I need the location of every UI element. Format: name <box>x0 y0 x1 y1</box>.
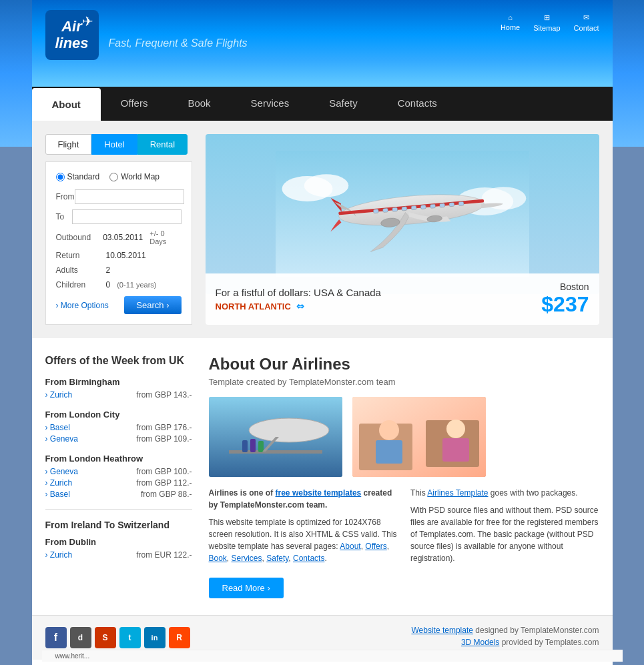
content-area: Flight Hotel Rental Standard World Map <box>32 121 613 338</box>
book-link[interactable]: Book <box>209 554 227 563</box>
about-col-2: This Airlines Template goes with two pac… <box>410 487 599 570</box>
hero-city: Boston <box>541 281 589 292</box>
nav-about[interactable]: About <box>32 88 101 121</box>
offer-item: Basel from GBP 176.- <box>45 423 192 432</box>
nav-services[interactable]: Services <box>231 87 310 121</box>
airplane-illustration <box>276 147 529 281</box>
svg-rect-8 <box>382 208 388 212</box>
sitemap-icon: ⊞ <box>544 13 550 22</box>
standard-radio[interactable] <box>56 173 65 181</box>
svg-rect-31 <box>442 438 469 462</box>
route-text: NORTH ATLANTIC <box>216 301 291 311</box>
website-template-link[interactable]: Website template <box>411 626 473 635</box>
to-row: To <box>56 209 182 224</box>
free-templates-link[interactable]: free website templates <box>276 488 362 498</box>
geneva-link-1[interactable]: Geneva <box>45 434 78 444</box>
search-button[interactable]: Search <box>124 296 181 314</box>
about-image-2 <box>352 397 486 477</box>
linkedin-icon[interactable]: in <box>144 627 166 648</box>
about-img-svg-1 <box>209 397 342 477</box>
credit-2-text: provided by Templates.com <box>502 638 599 647</box>
svg-rect-16 <box>458 201 464 205</box>
header-nav-icons: ⌂ Home ⊞ Sitemap ✉ Contact <box>501 13 599 32</box>
twitter-icon[interactable]: t <box>119 627 141 648</box>
tagline: Fast, Frequent & Safe Flights <box>109 37 248 49</box>
london-city-title: From London City <box>45 410 192 420</box>
home-nav-link[interactable]: ⌂ Home <box>501 13 520 32</box>
svg-point-30 <box>446 420 465 438</box>
airlines-template-link[interactable]: Airlines Template <box>427 488 488 498</box>
search-options: Standard World Map <box>56 172 182 181</box>
about-image-1 <box>209 397 342 477</box>
offer-group-dublin: From Dublin Zurich from EUR 122.- <box>45 537 192 560</box>
from-row: From <box>56 189 182 204</box>
to-input[interactable] <box>72 209 182 224</box>
contact-label: Contact <box>574 24 599 32</box>
about-bold-1: Airlines is one of free website template… <box>209 488 392 510</box>
contact-icon: ✉ <box>583 13 589 22</box>
logo-box: ✈ Airlines <box>45 10 99 60</box>
hero-area: For a fistful of dollars: USA & Canada N… <box>206 134 599 325</box>
svg-rect-11 <box>411 205 416 209</box>
facebook-icon[interactable]: f <box>45 627 67 648</box>
worldmap-option[interactable]: World Map <box>109 172 159 181</box>
sitemap-nav-link[interactable]: ⊞ Sitemap <box>533 13 560 32</box>
geneva-link-2[interactable]: Geneva <box>45 467 78 476</box>
about-text-4: With PSD source files and without them. … <box>410 504 599 564</box>
children-label: Children <box>56 280 103 289</box>
adults-label: Adults <box>56 265 103 275</box>
stumbleupon-icon[interactable]: S <box>95 627 116 648</box>
about-text-grid: Airlines is one of free website template… <box>209 487 599 570</box>
zurich-price-1: from GBP 143.- <box>136 390 192 400</box>
offers-sidebar: Offers of the Week from UK From Birmingh… <box>45 355 192 598</box>
svg-rect-15 <box>448 202 454 206</box>
zurich-link-1[interactable]: Zurich <box>45 390 73 400</box>
standard-option[interactable]: Standard <box>56 172 100 181</box>
about-title: About Our Airlines <box>209 355 599 374</box>
offers-link[interactable]: Offers <box>365 542 386 551</box>
nav-safety[interactable]: Safety <box>309 87 378 121</box>
sitemap-label: Sitemap <box>533 24 560 32</box>
zurich-link-2[interactable]: Zurich <box>45 478 73 488</box>
3d-models-link[interactable]: 3D Models <box>461 638 499 647</box>
tab-hotel[interactable]: Hotel <box>91 134 137 155</box>
from-input[interactable] <box>75 189 184 204</box>
contacts-link[interactable]: Contacts <box>293 554 324 563</box>
tab-flight[interactable]: Flight <box>45 134 92 155</box>
from-label: From <box>56 192 75 201</box>
svg-rect-23 <box>250 439 256 452</box>
safety-link[interactable]: Safety <box>266 554 288 563</box>
reddit-icon[interactable]: R <box>169 627 190 648</box>
worldmap-radio[interactable] <box>109 173 118 181</box>
about-text-1: Airlines is one of free website template… <box>209 487 398 511</box>
nav-book[interactable]: Book <box>168 87 230 121</box>
logo-area: ✈ Airlines Fast, Frequent & Safe Flights <box>45 10 248 60</box>
offer-item: Geneva from GBP 109.- <box>45 434 192 444</box>
url-bar: www.herit... <box>42 650 623 662</box>
more-options-link[interactable]: More Options <box>56 301 109 310</box>
contact-nav-link[interactable]: ✉ Contact <box>574 13 599 32</box>
tab-rental[interactable]: Rental <box>137 134 188 155</box>
nav-offers[interactable]: Offers <box>101 87 168 121</box>
form-actions: More Options Search <box>56 296 182 314</box>
about-images <box>209 397 599 477</box>
hero-route: NORTH ATLANTIC ⇔ <box>216 301 381 311</box>
social-icons: f d S t in R <box>45 627 190 648</box>
children-value: 0 <box>106 280 111 289</box>
about-img-svg-2 <box>352 397 486 477</box>
birmingham-title: From Birmingham <box>45 377 192 387</box>
basel-link-1[interactable]: Basel <box>45 423 70 432</box>
credit-1: Website template designed by TemplateMon… <box>411 626 599 635</box>
children-row: Children 0 (0-11 years) <box>56 280 182 289</box>
nav-contacts[interactable]: Contacts <box>378 87 457 121</box>
read-more-button[interactable]: Read More › <box>209 578 284 598</box>
about-link[interactable]: About <box>340 542 360 551</box>
zurich-link-3[interactable]: Zurich <box>45 550 73 560</box>
region-title: From Ireland To Switzerland <box>45 520 192 530</box>
return-value: 10.05.2011 <box>106 251 146 260</box>
digg-icon[interactable]: d <box>70 627 91 648</box>
svg-rect-12 <box>420 205 426 209</box>
svg-rect-10 <box>401 207 406 211</box>
services-link[interactable]: Services <box>232 554 262 563</box>
basel-link-2[interactable]: Basel <box>45 490 70 499</box>
